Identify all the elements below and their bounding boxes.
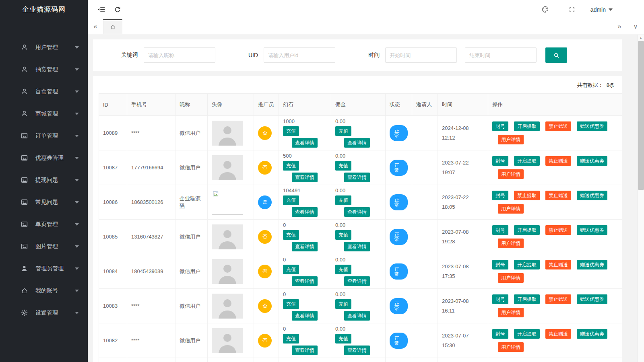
recharge-button[interactable]: 充值	[335, 299, 351, 309]
action-button-2[interactable]: 禁止赠送	[545, 260, 571, 269]
recharge-button[interactable]: 充值	[283, 230, 299, 240]
keyword-input[interactable]	[144, 47, 215, 63]
view-detail-button[interactable]: 查看详情	[292, 276, 318, 286]
recharge-button[interactable]: 充值	[283, 265, 299, 274]
view-detail-button[interactable]: 查看详情	[344, 173, 370, 182]
action-button-4[interactable]: 用户详情	[498, 204, 524, 214]
action-button-4[interactable]: 用户详情	[498, 273, 524, 283]
action-button-0[interactable]: 封号	[492, 329, 508, 339]
tabs-more-dropdown[interactable]: ∨	[627, 19, 644, 34]
recharge-button[interactable]: 充值	[335, 265, 351, 274]
view-detail-button[interactable]: 查看详情	[292, 346, 318, 355]
uid-input[interactable]	[264, 47, 335, 63]
sidebar-item-6[interactable]: 提现问题	[0, 169, 88, 191]
tabs-scroll-right[interactable]: »	[612, 19, 627, 34]
sidebar-item-7[interactable]: 常见问题	[0, 191, 88, 213]
recharge-button[interactable]: 充值	[335, 195, 351, 205]
action-button-2[interactable]: 禁止赠送	[545, 191, 571, 200]
sidebar-item-9[interactable]: 图片管理	[0, 235, 88, 257]
action-button-2[interactable]: 禁止赠送	[545, 121, 571, 131]
action-button-0[interactable]: 封号	[492, 156, 508, 166]
view-detail-button[interactable]: 查看详情	[344, 207, 370, 217]
view-detail-button[interactable]: 查看详情	[344, 138, 370, 148]
action-button-4[interactable]: 用户详情	[498, 169, 524, 179]
action-button-4[interactable]: 用户详情	[498, 135, 524, 144]
cell-inviter	[412, 254, 438, 289]
user-menu[interactable]: admin	[590, 6, 613, 13]
view-detail-button[interactable]: 查看详情	[292, 207, 318, 217]
sidebar-item-11[interactable]: 我的账号	[0, 280, 88, 302]
action-button-0[interactable]: 封号	[492, 294, 508, 304]
promoter-badge: 否	[258, 126, 272, 140]
sidebar-item-2[interactable]: 盲盒管理	[0, 80, 88, 103]
action-button-4[interactable]: 用户详情	[498, 239, 524, 248]
action-button-4[interactable]: 用户详情	[498, 308, 524, 317]
action-button-1[interactable]: 开启提取	[514, 294, 540, 304]
view-detail-button[interactable]: 查看详情	[344, 242, 370, 251]
action-button-2[interactable]: 禁止赠送	[545, 294, 571, 304]
action-button-4[interactable]: 用户详情	[498, 342, 524, 352]
theme-palette-icon[interactable]	[537, 0, 553, 19]
sidebar-item-10[interactable]: 管理员管理	[0, 257, 88, 280]
action-button-1[interactable]: 开启提取	[514, 329, 540, 339]
action-button-0[interactable]: 封号	[492, 191, 508, 200]
action-button-0[interactable]: 封号	[492, 260, 508, 269]
recharge-button[interactable]: 充值	[335, 161, 351, 171]
action-button-3[interactable]: 赠送优惠券	[577, 294, 607, 304]
recharge-button[interactable]: 充值	[335, 230, 351, 240]
action-button-3[interactable]: 赠送优惠券	[577, 225, 607, 235]
view-detail-button[interactable]: 查看详情	[344, 311, 370, 321]
view-detail-button[interactable]: 查看详情	[292, 173, 318, 182]
time-label: 时间	[368, 51, 380, 59]
search-button[interactable]	[545, 47, 567, 63]
recharge-button[interactable]: 充值	[283, 161, 299, 171]
sidebar-item-4[interactable]: 订单管理	[0, 125, 88, 147]
sidebar-item-5[interactable]: 优惠券管理	[0, 147, 88, 169]
tab-home[interactable]	[103, 19, 122, 34]
recharge-button[interactable]: 充值	[283, 334, 299, 343]
sidebar-item-1[interactable]: 抽赏管理	[0, 58, 88, 80]
vertical-scrollbar[interactable]: ▲	[637, 35, 644, 362]
cell-stone: 0充值查看详情	[279, 323, 331, 358]
view-detail-button[interactable]: 查看详情	[292, 311, 318, 321]
sidebar-item-8[interactable]: 单页管理	[0, 213, 88, 235]
action-button-3[interactable]: 赠送优惠券	[577, 260, 607, 269]
table-row: 0130312.00	[99, 358, 622, 362]
view-detail-button[interactable]: 查看详情	[292, 138, 318, 148]
sidebar-item-12[interactable]: 设置管理	[0, 302, 88, 324]
action-button-1[interactable]: 开启提取	[514, 156, 540, 166]
start-time-input[interactable]	[385, 47, 457, 63]
action-button-2[interactable]: 禁止赠送	[545, 225, 571, 235]
action-button-3[interactable]: 赠送优惠券	[577, 329, 607, 339]
action-button-1[interactable]: 禁止提取	[514, 191, 540, 200]
cell-avatar	[208, 289, 254, 323]
end-time-input[interactable]	[465, 47, 537, 63]
sidebar-item-3[interactable]: 商城管理	[0, 103, 88, 125]
users-table-panel: 共有数据：8条 ID手机号昵称头像推广员幻石佣金状态邀请人时间操作 10089*…	[93, 76, 622, 362]
recharge-button[interactable]: 充值	[335, 126, 351, 136]
fullscreen-icon[interactable]	[564, 0, 580, 19]
view-detail-button[interactable]: 查看详情	[344, 346, 370, 355]
action-button-3[interactable]: 赠送优惠券	[577, 191, 607, 200]
action-button-0[interactable]: 封号	[492, 225, 508, 235]
action-button-0[interactable]: 封号	[492, 121, 508, 131]
recharge-button[interactable]: 充值	[283, 126, 299, 136]
action-button-3[interactable]: 赠送优惠券	[577, 121, 607, 131]
action-button-3[interactable]: 赠送优惠券	[577, 156, 607, 166]
sidebar-item-0[interactable]: 用户管理	[0, 36, 88, 58]
action-button-1[interactable]: 开启提取	[514, 260, 540, 269]
scrollbar-up-arrow[interactable]: ▲	[638, 35, 644, 41]
tabs-scroll-left[interactable]: «	[88, 19, 103, 34]
recharge-button[interactable]: 充值	[283, 299, 299, 309]
view-detail-button[interactable]: 查看详情	[344, 276, 370, 286]
recharge-button[interactable]: 充值	[283, 195, 299, 205]
refresh-icon[interactable]	[109, 0, 126, 19]
action-button-1[interactable]: 开启提取	[514, 225, 540, 235]
action-button-2[interactable]: 禁止赠送	[545, 329, 571, 339]
recharge-button[interactable]: 充值	[335, 334, 351, 343]
scrollbar-thumb[interactable]	[638, 41, 644, 190]
action-button-1[interactable]: 开启提取	[514, 121, 540, 131]
collapse-menu-icon[interactable]	[93, 0, 109, 19]
view-detail-button[interactable]: 查看详情	[292, 242, 318, 251]
action-button-2[interactable]: 禁止赠送	[545, 156, 571, 166]
